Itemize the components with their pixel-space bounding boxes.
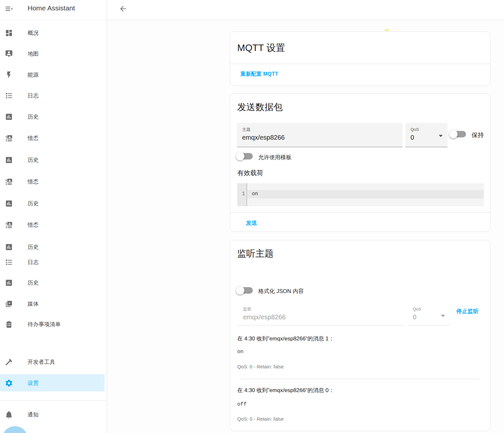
sidebar-item-notifications[interactable]: 通知 [0, 406, 104, 423]
qos-select[interactable]: QoS 0 [405, 123, 448, 147]
message-divider [240, 379, 480, 379]
sidebar-item-label: 媒体 [28, 300, 39, 308]
sidebar-item-label: 惜怸 [28, 134, 39, 142]
dashboard-image-list-icon [5, 221, 13, 229]
message-meta: QoS: 0 - Retain: false [237, 364, 284, 369]
lightning-bolt-icon [5, 71, 13, 79]
back-arrow-icon[interactable] [119, 5, 127, 13]
allow-template-toggle-label: 允许使用模板 [258, 154, 291, 161]
app-title: Home Assistant [28, 4, 75, 12]
sidebar-item-dashboard[interactable]: 惜怸 [0, 217, 104, 233]
mqtt-card-header: MQTT 设置 [230, 32, 490, 64]
topbar [107, 0, 504, 20]
stop-listening-button[interactable]: 停止监听 [456, 308, 479, 315]
qos-select-label: QoS [413, 307, 450, 312]
sidebar-item-label: 能源 [28, 71, 39, 79]
hammer-icon [5, 358, 13, 366]
qos-select-value: 0 [411, 133, 442, 142]
media-play-box-icon [5, 300, 13, 308]
yellow-artifact [385, 29, 389, 31]
chevron-down-icon [439, 135, 443, 137]
logbook-list-icon [5, 258, 13, 266]
sidebar-item-map[interactable]: 地图 [0, 45, 104, 62]
sidebar-item-dashboard[interactable]: 惜怸 [0, 130, 104, 146]
history-chart-icon [5, 279, 13, 287]
retain-toggle[interactable] [450, 130, 466, 139]
sidebar-item-label: 待办事项清单 [28, 321, 61, 328]
sidebar-item-label: 历史 [28, 113, 39, 121]
listen-qos-select[interactable]: QoS 0 [408, 304, 450, 325]
sidebar: Home Assistant 概况 地图 能源 日志 历史 惜怸 历史 惜怸 历… [0, 0, 107, 433]
app-window: Home Assistant 概况 地图 能源 日志 历史 惜怸 历史 惜怸 历… [0, 0, 504, 433]
sidebar-item-label: 历史 [28, 156, 39, 164]
sidebar-item-label: 日志 [28, 92, 39, 99]
sidebar-item-label: 开发者工具 [28, 358, 55, 366]
logbook-list-icon [5, 92, 13, 100]
listen-topic-field[interactable]: 监听 emqx/esp8266 [237, 304, 404, 325]
gear-icon [5, 379, 13, 387]
payload-code-editor[interactable]: 1 on [237, 183, 484, 206]
sidebar-item-history[interactable]: 历史 [0, 195, 104, 211]
sidebar-item-energy[interactable]: 能源 [0, 67, 104, 83]
sidebar-item-todo[interactable]: 待办事项清单 [0, 316, 104, 332]
editor-line-number: 1 [237, 191, 245, 197]
listen-field-label: 监听 [243, 307, 404, 312]
format-json-toggle[interactable] [237, 286, 253, 295]
sidebar-item-history[interactable]: 历史 [0, 152, 104, 168]
dashboard-image-list-icon [5, 134, 13, 142]
sidebar-item-overview[interactable]: 概况 [0, 25, 104, 41]
sidebar-item-logbook[interactable]: 日志 [0, 254, 104, 270]
mqtt-card-title: MQTT 设置 [237, 42, 285, 55]
publish-button[interactable]: 发送 [246, 219, 257, 227]
main-content: MQTT 设置 重新配置 MQTT 发送数据包 主题 emqx/esp8266 … [107, 0, 504, 433]
sidebar-item-label: 惜怸 [28, 178, 39, 185]
menu-open-icon[interactable] [5, 5, 13, 13]
sidebar-item-settings[interactable]: 设置 [0, 374, 104, 391]
sidebar-item-logbook[interactable]: 日志 [0, 87, 104, 104]
history-chart-icon [5, 156, 13, 164]
editor-content: on [252, 191, 258, 197]
view-dashboard-icon [5, 29, 13, 37]
user-avatar[interactable] [2, 426, 28, 433]
chevron-down-icon [441, 315, 445, 317]
map-account-icon [5, 50, 13, 58]
sidebar-item-label: 地图 [28, 50, 39, 57]
qos-select-value: 0 [413, 313, 450, 321]
reconfigure-mqtt-button[interactable]: 重新配置 MQTT [240, 71, 278, 78]
sidebar-header: Home Assistant [0, 0, 107, 20]
message-meta: QoS: 0 - Retain: false [237, 416, 284, 422]
sidebar-item-label: 历史 [28, 243, 39, 251]
sidebar-divider [0, 400, 107, 401]
topic-field[interactable]: 主题 emqx/esp8266 [237, 123, 402, 147]
payload-label: 有效载荷 [237, 169, 263, 177]
toggle-thumb [449, 130, 458, 138]
sidebar-item-history[interactable]: 历史 [0, 239, 104, 255]
todo-clipboard-icon [5, 320, 13, 328]
topic-field-label: 主题 [242, 127, 397, 132]
listen-topic-card: 监听主题 格式化 JSON 内容 监听 emqx/esp8266 QoS 0 停… [230, 240, 490, 431]
message-title: 在 4:30 收到”emqx/esp8266“的消息 1： [237, 335, 334, 342]
sidebar-item-label: 概况 [28, 29, 39, 37]
listen-card-title: 监听主题 [237, 248, 274, 260]
sidebar-item-media[interactable]: 媒体 [0, 296, 104, 312]
bell-icon [5, 411, 13, 419]
allow-template-toggle[interactable] [237, 152, 253, 161]
card-divider [230, 212, 490, 213]
sidebar-item-dashboard[interactable]: 惜怸 [0, 173, 104, 190]
publish-card-title: 发送数据包 [237, 101, 283, 113]
editor-active-line [247, 190, 484, 198]
publish-packet-card: 发送数据包 主题 emqx/esp8266 QoS 0 保持 允许使用模板 有效… [230, 94, 490, 232]
sidebar-item-label: 日志 [28, 259, 39, 266]
qos-select-label: QoS [411, 127, 442, 132]
topic-field-value: emqx/esp8266 [242, 133, 397, 142]
sidebar-item-label: 历史 [28, 200, 39, 207]
dashboard-image-list-icon [5, 178, 13, 186]
toggle-thumb [236, 286, 244, 295]
message-title: 在 4:30 收到”emqx/esp8266“的消息 0： [237, 387, 334, 394]
message-payload: on [237, 349, 243, 355]
sidebar-item-developer-tools[interactable]: 开发者工具 [0, 354, 104, 370]
retain-toggle-label: 保持 [472, 131, 484, 139]
sidebar-item-history[interactable]: 历史 [0, 108, 104, 125]
sidebar-item-label: 惜怸 [28, 221, 39, 229]
sidebar-item-history[interactable]: 历史 [0, 274, 104, 291]
